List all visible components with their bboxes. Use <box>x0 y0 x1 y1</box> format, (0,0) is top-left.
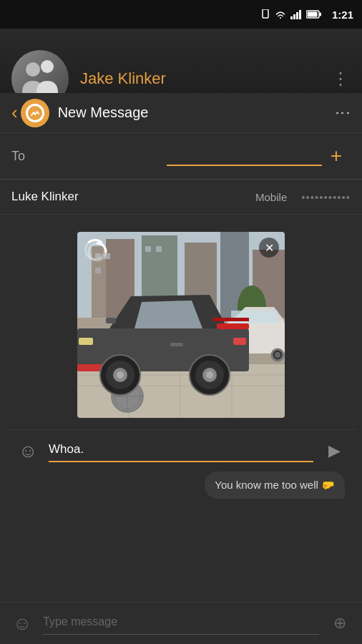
bg-menu-dots[interactable]: ⋮ <box>332 69 351 89</box>
svg-rect-0 <box>263 9 268 18</box>
svg-rect-47 <box>106 318 116 323</box>
compose-area: ✕ ☺ Whoa. ▶ You know me too well 🤛 <box>0 215 362 602</box>
svg-rect-49 <box>217 323 249 329</box>
add-recipient-button[interactable]: + <box>322 142 351 170</box>
previous-message-bubble: You know me too well 🤛 <box>205 472 345 499</box>
previous-messages: You know me too well 🤛 <box>6 472 356 504</box>
emoji-button[interactable]: ☺ <box>14 437 41 464</box>
logo-inner <box>26 104 44 122</box>
svg-rect-22 <box>156 246 162 252</box>
svg-rect-2 <box>293 14 295 19</box>
signal-icon <box>290 9 302 19</box>
status-icons: 1:21 <box>260 9 353 21</box>
phone-icon <box>260 9 270 19</box>
modal-title: New Message <box>58 104 334 121</box>
to-label: To <box>11 149 167 164</box>
svg-rect-50 <box>213 318 249 321</box>
svg-rect-6 <box>319 13 321 16</box>
svg-point-58 <box>206 371 213 379</box>
type-message-bar: ☺ Type message ⊕ <box>0 602 362 644</box>
message-compose-bar: ☺ Whoa. ▶ <box>6 429 356 472</box>
svg-point-9 <box>41 60 54 73</box>
attached-image <box>77 232 285 418</box>
back-chevron[interactable]: ‹ <box>11 102 18 124</box>
svg-rect-60 <box>233 338 246 345</box>
svg-point-54 <box>117 371 124 379</box>
svg-rect-39 <box>231 311 278 323</box>
message-text-input[interactable]: Whoa. <box>49 439 313 459</box>
svg-point-10 <box>28 106 42 120</box>
contact-name: Luke Klinker <box>11 190 255 204</box>
header-menu-icon[interactable]: ⋮ <box>333 104 352 121</box>
wifi-icon <box>275 9 286 19</box>
type-input-wrapper: Type message <box>43 613 319 635</box>
to-field[interactable]: To + <box>0 133 362 180</box>
svg-rect-59 <box>79 338 93 345</box>
svg-rect-3 <box>296 12 298 19</box>
battery-icon <box>306 10 322 19</box>
svg-point-43 <box>275 352 280 358</box>
svg-rect-20 <box>95 268 101 273</box>
bg-contact-name: Jake Klinker <box>80 69 166 88</box>
contact-type: Mobile <box>255 191 287 203</box>
svg-marker-46 <box>134 301 202 328</box>
type-message-input[interactable]: Type message <box>43 613 319 631</box>
contact-row[interactable]: Luke Klinker Mobile ••••••••••• <box>0 180 362 215</box>
status-time: 1:21 <box>332 9 353 21</box>
close-attachment-button[interactable]: ✕ <box>259 238 279 258</box>
svg-rect-61 <box>170 343 183 346</box>
send-button[interactable]: ▶ <box>321 437 348 464</box>
modal-header: ‹ New Message ⋮ <box>0 93 362 133</box>
message-input-underline <box>49 461 313 462</box>
new-message-modal: ‹ New Message ⋮ To + Luke Klinker Mobile… <box>0 93 362 644</box>
type-input-underline <box>43 634 319 635</box>
svg-rect-4 <box>299 10 301 19</box>
app-logo <box>21 99 49 127</box>
message-input-wrapper: Whoa. <box>49 439 313 462</box>
svg-rect-7 <box>307 12 317 17</box>
spinner-icon <box>87 241 108 263</box>
attach-button[interactable]: ⊕ <box>326 610 353 637</box>
status-bar: 1:21 <box>0 0 362 29</box>
svg-rect-1 <box>290 16 293 19</box>
contact-number: ••••••••••• <box>301 191 351 203</box>
image-attachment: ✕ <box>77 232 285 418</box>
svg-point-8 <box>26 62 40 77</box>
svg-rect-21 <box>145 246 151 252</box>
to-input-underline <box>167 146 322 166</box>
loading-spinner <box>84 239 106 260</box>
type-emoji-button[interactable]: ☺ <box>9 610 36 637</box>
